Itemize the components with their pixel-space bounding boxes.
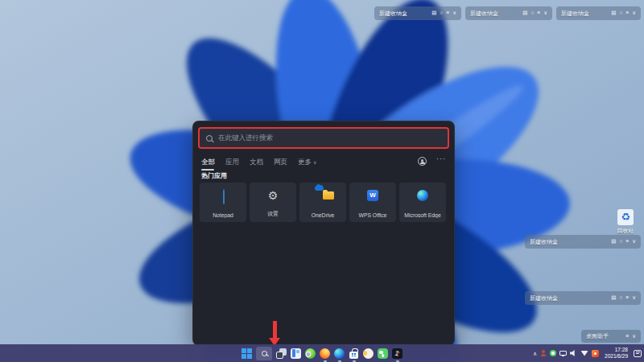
list-icon[interactable]: ≡ [625, 334, 629, 339]
chevron-down-icon[interactable]: ∨ [543, 10, 547, 16]
chevron-down-icon[interactable]: ∨ [632, 334, 636, 339]
tab-web[interactable]: 网页 [274, 158, 287, 167]
pin-icon[interactable]: ○ [440, 10, 444, 16]
chevron-down-icon: ∨ [313, 160, 316, 165]
widgets-button[interactable] [291, 348, 301, 359]
desktop: 新建收纳盒 ▤ ○ ≡ ∨ 新建收纳盒 ▤ ○ ≡ ∨ 新建收纳盒 ▤ ○ ≡ … [0, 0, 644, 362]
grid-icon[interactable]: ▤ [611, 10, 616, 16]
annotation-arrow [269, 321, 280, 346]
grid-icon[interactable]: ▤ [522, 10, 527, 16]
pin-icon[interactable]: ○ [620, 239, 623, 245]
tray-time: 17:28 [605, 347, 628, 353]
selected-tab-underline [201, 169, 214, 171]
taskbar-search-button[interactable] [256, 347, 272, 360]
tab-more[interactable]: 更多∨ [298, 158, 316, 167]
tab-apps[interactable]: 应用 [225, 158, 239, 167]
music-app-icon[interactable] [363, 348, 374, 359]
app-360-browser-icon[interactable] [305, 348, 316, 359]
search-filter-tabs: 全部 应用 文档 网页 更多∨ [201, 158, 316, 167]
douyin-icon[interactable]: ♪ [392, 348, 402, 359]
grid-icon[interactable]: ▤ [431, 10, 436, 16]
storage-box-bar[interactable]: 新建收纳盒 ▤ ○ ≡ ∨ [525, 291, 641, 305]
desktop-helper-bar[interactable]: 桌面助手 ≡ ∨ [581, 330, 641, 343]
edge-icon [417, 190, 428, 201]
tray-wechat-icon[interactable] [550, 350, 556, 356]
app-tile-wps-office[interactable]: W WPS Office [349, 183, 396, 222]
tray-display-icon[interactable] [559, 351, 567, 356]
app-tile-settings[interactable]: ⚙ 设置 [250, 183, 296, 222]
top-apps-section-title: 热门应用 [201, 171, 227, 180]
storage-box-bar[interactable]: 新建收纳盒 ▤ ○ ≡ ∨ [374, 6, 461, 20]
app-tile-microsoft-edge[interactable]: Microsoft Edge [399, 183, 446, 222]
recycle-bin[interactable]: ♻ 回收站 [610, 209, 641, 235]
tray-date: 2021/6/29 [605, 353, 628, 360]
list-icon[interactable]: ≡ [537, 10, 540, 16]
task-view-button[interactable] [276, 348, 287, 359]
options-ellipsis-icon[interactable]: ··· [436, 154, 446, 162]
microsoft-store-icon[interactable] [349, 348, 359, 359]
storage-box-bar[interactable]: 新建收纳盒 ▤ ○ ≡ ∨ [556, 6, 641, 20]
wechat-icon[interactable] [378, 348, 388, 359]
storage-box-title: 新建收纳盒 [530, 294, 558, 302]
search-icon [262, 351, 267, 356]
system-tray: ∧ 17:28 2021/6/29 [533, 344, 642, 362]
desktop-helper-label: 桌面助手 [586, 332, 609, 340]
list-icon[interactable]: ≡ [446, 10, 449, 16]
tray-volume-icon[interactable] [570, 350, 577, 356]
chevron-down-icon[interactable]: ∨ [632, 239, 636, 245]
app-tile-notepad[interactable]: Notepad [200, 183, 246, 222]
edge-icon[interactable] [334, 348, 345, 359]
recycle-bin-icon[interactable]: ♻ [617, 209, 634, 225]
storage-box-title: 新建收纳盒 [470, 10, 498, 18]
storage-box-title: 新建收纳盒 [379, 10, 407, 18]
tray-360-icon[interactable] [592, 350, 599, 357]
notepad-icon [223, 189, 225, 204]
tab-all[interactable]: 全部 [201, 158, 215, 167]
storage-box-title: 新建收纳盒 [530, 238, 558, 246]
pin-icon[interactable]: ○ [620, 10, 623, 16]
taskbar-center-icons: ♪ [242, 344, 402, 362]
notification-center-icon[interactable] [634, 350, 642, 357]
tray-user-icon[interactable] [540, 350, 547, 356]
app-tile-onedrive[interactable]: OneDrive [299, 183, 346, 222]
chevron-down-icon[interactable]: ∨ [452, 10, 456, 16]
start-button-windows-icon[interactable] [242, 348, 252, 359]
top-apps-row: Notepad ⚙ 设置 OneDrive W WPS Office Micro… [200, 183, 446, 222]
wps-office-icon: W [367, 190, 378, 201]
search-icon [206, 135, 213, 142]
search-placeholder: 在此键入进行搜索 [218, 134, 273, 143]
gear-icon: ⚙ [268, 190, 279, 201]
firefox-icon[interactable] [320, 348, 330, 359]
recycle-bin-label: 回收站 [610, 227, 641, 235]
grid-icon[interactable]: ▤ [611, 239, 616, 245]
chevron-down-icon[interactable]: ∨ [632, 10, 636, 16]
list-icon[interactable]: ≡ [625, 10, 629, 16]
account-icon[interactable] [418, 157, 427, 166]
grid-icon[interactable]: ▤ [611, 295, 616, 301]
hidden-icons-chevron-icon[interactable]: ∧ [533, 351, 537, 356]
chevron-down-icon[interactable]: ∨ [632, 295, 636, 301]
storage-box-bar[interactable]: 新建收纳盒 ▤ ○ ≡ ∨ [465, 6, 552, 20]
tray-network-icon[interactable] [580, 351, 588, 356]
storage-box-title: 新建收纳盒 [561, 10, 589, 18]
taskbar: ♪ ∧ 17:28 2021/6/29 [0, 344, 644, 362]
pin-icon[interactable]: ○ [531, 10, 535, 16]
list-icon[interactable]: ≡ [625, 295, 629, 301]
pin-icon[interactable]: ○ [620, 295, 623, 301]
tray-clock[interactable]: 17:28 2021/6/29 [605, 347, 628, 360]
tab-documents[interactable]: 文档 [250, 158, 263, 167]
search-input[interactable]: 在此键入进行搜索 [198, 127, 449, 149]
storage-box-bar[interactable]: 新建收纳盒 ▤ ○ ≡ ∨ [525, 235, 641, 249]
search-panel: 在此键入进行搜索 全部 应用 文档 网页 更多∨ ··· 热门应用 Notepa… [192, 121, 455, 346]
list-icon[interactable]: ≡ [625, 239, 629, 245]
